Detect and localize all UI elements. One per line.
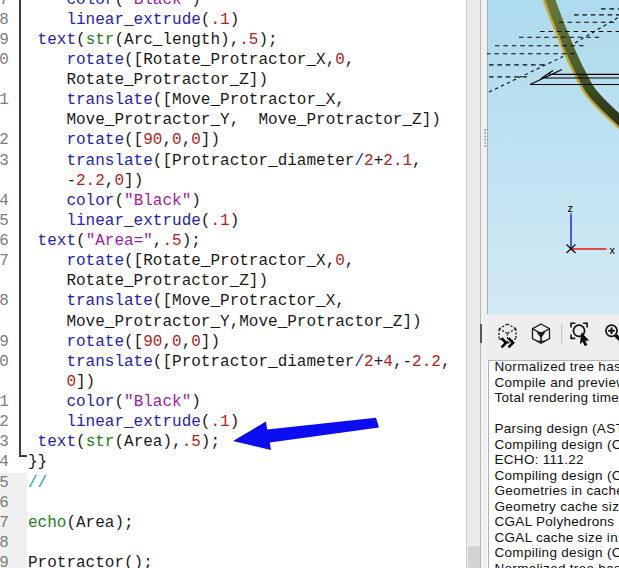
svg-text:z: z [568,202,574,214]
svg-text:x: x [610,244,616,256]
